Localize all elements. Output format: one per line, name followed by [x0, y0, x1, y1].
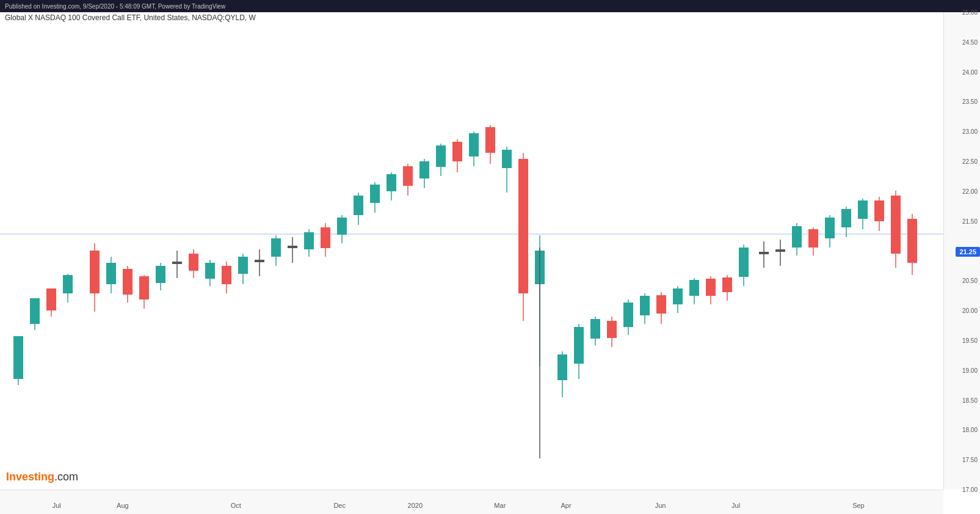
svg-rect-54 [452, 142, 462, 161]
chart-container: Published on Investing.com, 9/Sep/2020 -… [0, 0, 980, 514]
price-label: 17.50 [962, 457, 978, 463]
svg-rect-26 [222, 266, 231, 284]
price-label: 23.50 [962, 98, 978, 105]
svg-rect-2 [13, 336, 23, 379]
price-label: 18.50 [962, 397, 978, 403]
top-bar: Published on Investing.com, 9/Sep/2020 -… [0, 0, 980, 12]
svg-rect-75 [623, 303, 633, 327]
svg-rect-24 [205, 263, 215, 279]
time-label: Jul [53, 502, 61, 509]
time-label: Oct [231, 502, 241, 509]
price-label: 23.00 [962, 128, 978, 135]
svg-rect-46 [387, 174, 396, 191]
svg-rect-18 [156, 266, 165, 283]
top-bar-text: Published on Investing.com, 9/Sep/2020 -… [5, 3, 225, 10]
price-label: 24.00 [962, 68, 978, 75]
svg-rect-89 [739, 248, 749, 277]
time-label: Jun [655, 502, 666, 509]
svg-rect-44 [370, 185, 380, 203]
time-label: Aug [117, 502, 129, 509]
svg-rect-105 [874, 200, 884, 221]
svg-rect-32 [271, 238, 281, 257]
price-label: 21.50 [962, 218, 978, 224]
time-label: Jul [731, 502, 740, 509]
svg-rect-16 [139, 276, 149, 299]
svg-rect-85 [706, 279, 716, 296]
time-label: Mar [494, 502, 506, 509]
svg-rect-71 [590, 319, 600, 339]
svg-rect-40 [337, 218, 347, 235]
svg-rect-12 [106, 263, 116, 284]
price-label: 22.50 [962, 158, 978, 165]
svg-rect-66 [557, 354, 567, 380]
price-label: 20.50 [962, 277, 978, 284]
svg-rect-38 [321, 227, 330, 248]
svg-rect-107 [891, 196, 901, 254]
time-label: Apr [561, 502, 571, 509]
price-label: 18.00 [962, 427, 978, 433]
svg-rect-95 [792, 226, 802, 248]
price-label: 20.00 [962, 307, 978, 314]
price-label: 19.50 [962, 337, 978, 343]
logo-text: Investing [6, 471, 54, 483]
svg-rect-22 [189, 254, 198, 271]
svg-rect-91 [759, 252, 769, 254]
price-label: 24.50 [962, 39, 978, 45]
svg-rect-56 [469, 133, 479, 156]
svg-rect-73 [607, 321, 617, 338]
svg-rect-60 [502, 150, 512, 168]
svg-rect-52 [436, 145, 446, 167]
time-label: Dec [333, 502, 346, 509]
time-axis: JulAugOctDec2020MarAprJunJulSep [0, 490, 943, 514]
svg-rect-8 [63, 275, 73, 293]
svg-rect-42 [354, 196, 363, 215]
svg-rect-34 [288, 246, 297, 248]
svg-rect-48 [403, 166, 413, 186]
svg-rect-99 [825, 218, 835, 238]
svg-rect-14 [123, 269, 132, 295]
svg-rect-101 [841, 209, 851, 227]
svg-rect-97 [808, 229, 818, 248]
svg-rect-10 [90, 251, 100, 293]
svg-rect-36 [304, 232, 314, 249]
price-label: 17.00 [962, 486, 978, 493]
time-label: Sep [852, 502, 865, 509]
svg-rect-4 [30, 298, 40, 324]
investing-logo: Investing.com [6, 471, 78, 483]
price-label: 22.00 [962, 188, 978, 194]
svg-rect-103 [858, 200, 868, 219]
svg-rect-68 [574, 327, 584, 364]
logo-suffix: .com [54, 471, 78, 483]
chart-area [0, 12, 943, 490]
svg-rect-30 [255, 260, 264, 262]
time-label: 2020 [408, 502, 423, 509]
current-price-badge: 21.25 [956, 247, 980, 257]
svg-rect-79 [656, 295, 666, 314]
svg-rect-93 [775, 249, 785, 252]
svg-rect-50 [419, 161, 429, 178]
svg-rect-58 [485, 127, 495, 153]
svg-rect-28 [238, 257, 248, 274]
price-label: 19.00 [962, 367, 978, 373]
svg-rect-83 [689, 280, 699, 296]
candlestick-chart [0, 12, 943, 490]
svg-rect-87 [722, 277, 732, 292]
svg-rect-77 [640, 296, 650, 315]
svg-rect-81 [673, 288, 683, 304]
svg-rect-109 [907, 219, 917, 263]
price-label: 25.00 [962, 9, 978, 16]
svg-rect-62 [518, 159, 528, 293]
svg-rect-6 [46, 288, 56, 310]
svg-rect-20 [172, 262, 182, 264]
